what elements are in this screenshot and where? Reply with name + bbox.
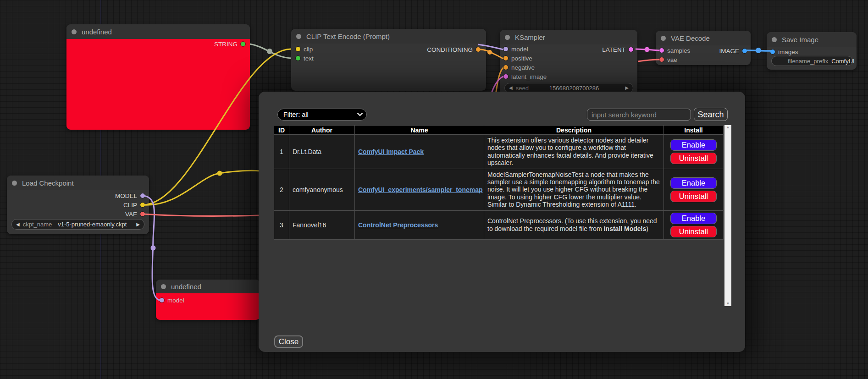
output-label: CONDITIONING: [427, 46, 473, 53]
node-title-bar[interactable]: undefined: [66, 24, 250, 39]
latent-image-input-dot[interactable]: [503, 74, 508, 79]
output-label: CLIP: [123, 202, 137, 209]
node-title-bar[interactable]: Load Checkpoint: [7, 176, 149, 190]
uninstall-button[interactable]: Uninstall: [670, 226, 717, 237]
search-button[interactable]: Search: [694, 108, 728, 121]
latent-output-dot[interactable]: [629, 47, 633, 52]
node-title-bar[interactable]: KSampler: [500, 30, 637, 44]
increment-arrow-icon[interactable]: ▶: [136, 222, 140, 227]
enable-button[interactable]: Enable: [670, 139, 717, 151]
output-label: VAE: [125, 211, 137, 218]
extension-link[interactable]: ComfyUI_experiments/sampler_tonemap: [358, 186, 483, 193]
extension-link[interactable]: ControlNet Preprocessors: [358, 221, 438, 229]
extension-description: This extension offers various detector n…: [484, 135, 664, 169]
positive-input-dot[interactable]: [503, 56, 508, 60]
increment-arrow-icon[interactable]: ▶: [625, 86, 629, 90]
node-collapse-dot-icon[interactable]: [505, 35, 510, 40]
widget-name: seed: [516, 85, 529, 92]
input-slot-text[interactable]: text: [294, 54, 483, 63]
model-input-dot[interactable]: [503, 47, 508, 51]
input-slot-model[interactable]: model: [158, 296, 186, 305]
node-ksampler[interactable]: KSampler model positive negative latent_…: [500, 30, 637, 99]
extension-id: 3: [274, 210, 289, 239]
wire-midpoint-dot: [487, 50, 492, 55]
input-slot-positive[interactable]: positive: [502, 54, 636, 63]
node-collapse-dot-icon[interactable]: [12, 181, 17, 186]
wire-midpoint-dot: [217, 171, 222, 176]
extension-description: ControlNet Preprocessors. (To use this e…: [484, 210, 664, 239]
input-slot-latent-image[interactable]: latent_image: [502, 72, 636, 81]
output-slot-clip[interactable]: CLIP: [122, 200, 147, 209]
extension-description: ModelSamplerTonemapNoiseTest a node that…: [484, 169, 664, 210]
model-input-dot[interactable]: [160, 298, 164, 302]
conditioning-output-dot[interactable]: [476, 47, 481, 52]
node-title-bar[interactable]: undefined: [156, 280, 260, 293]
extension-name: ComfyUI_experiments/sampler_tonemap: [355, 169, 484, 210]
input-slot-images[interactable]: images: [768, 47, 855, 56]
clip-output-dot[interactable]: [140, 203, 145, 207]
extension-install-actions: EnableUninstall: [664, 210, 724, 239]
output-slot-image[interactable]: IMAGE: [717, 46, 749, 55]
text-input-dot[interactable]: [296, 56, 300, 60]
node-load-checkpoint[interactable]: Load Checkpoint MODEL CLIP VAE ◀ ckpt_na…: [7, 176, 149, 234]
model-output-dot[interactable]: [140, 193, 145, 198]
node-clip-text-encode[interactable]: CLIP Text Encode (Prompt) clip text COND…: [291, 29, 486, 91]
node-title-bar[interactable]: CLIP Text Encode (Prompt): [291, 29, 486, 44]
output-slot-model[interactable]: MODEL: [113, 191, 147, 200]
vae-input-dot[interactable]: [659, 57, 664, 62]
filename-prefix-widget[interactable]: filename_prefix ComfyUI: [771, 56, 853, 66]
scroll-down-icon[interactable]: ▼: [726, 302, 730, 306]
node-collapse-dot-icon[interactable]: [772, 37, 777, 42]
extension-link[interactable]: ComfyUI Impact Pack: [358, 148, 424, 155]
output-slot-string[interactable]: STRING: [212, 39, 247, 49]
node-save-image[interactable]: Save Image images filename_prefix ComfyU…: [767, 32, 857, 70]
vae-output-dot[interactable]: [140, 212, 145, 216]
output-slot-vae[interactable]: VAE: [123, 209, 147, 219]
node-vae-decode[interactable]: VAE Decode samples vae IMAGE: [656, 31, 751, 65]
uninstall-button[interactable]: Uninstall: [670, 153, 717, 164]
widget-value[interactable]: 156680208700286: [549, 85, 599, 92]
input-slot-vae[interactable]: vae: [658, 55, 749, 64]
ckpt-name-widget[interactable]: ◀ ckpt_name v1-5-pruned-emaonly.ckpt ▶: [11, 219, 144, 230]
table-scrollbar[interactable]: ▲ ▼: [724, 125, 731, 306]
output-slot-latent[interactable]: LATENT: [600, 45, 635, 54]
node-collapse-dot-icon[interactable]: [296, 34, 301, 39]
node-title-bar[interactable]: Save Image: [767, 32, 857, 47]
custom-nodes-manager-dialog: Filter: all Search IDAuthorNameDescripti…: [259, 92, 745, 352]
decrement-arrow-icon[interactable]: ◀: [16, 222, 20, 227]
negative-input-dot[interactable]: [503, 65, 508, 70]
column-header-name: Name: [355, 126, 484, 135]
filter-select[interactable]: Filter: all: [277, 109, 367, 121]
output-label: LATENT: [602, 46, 625, 53]
node-collapse-dot-icon[interactable]: [661, 36, 666, 41]
images-input-dot[interactable]: [770, 49, 775, 54]
node-collapse-dot-icon[interactable]: [72, 29, 77, 34]
node-title-bar[interactable]: VAE Decode: [656, 31, 751, 45]
widget-value[interactable]: ComfyUI: [831, 58, 855, 65]
enable-button[interactable]: Enable: [670, 213, 717, 224]
string-output-dot[interactable]: [241, 42, 245, 46]
input-slot-negative[interactable]: negative: [502, 63, 636, 72]
node-collapse-dot-icon[interactable]: [161, 284, 166, 289]
decrement-arrow-icon[interactable]: ◀: [509, 86, 513, 90]
extension-name: ComfyUI Impact Pack: [355, 135, 484, 169]
samples-input-dot[interactable]: [659, 48, 664, 53]
widget-value[interactable]: v1-5-pruned-emaonly.ckpt: [58, 221, 127, 228]
table-row: 2comfyanonymousComfyUI_experiments/sampl…: [274, 169, 724, 210]
extension-install-actions: EnableUninstall: [664, 135, 724, 169]
uninstall-button[interactable]: Uninstall: [670, 191, 717, 202]
column-header-id: ID: [274, 126, 289, 135]
node-undefined-top[interactable]: undefined STRING: [66, 24, 250, 130]
table-row: 1Dr.Lt.DataComfyUI Impact PackThis exten…: [274, 135, 724, 169]
node-title: undefined: [171, 283, 201, 291]
output-slot-conditioning[interactable]: CONDITIONING: [425, 45, 482, 54]
search-input[interactable]: [587, 109, 691, 121]
enable-button[interactable]: Enable: [670, 177, 717, 189]
scroll-up-icon[interactable]: ▲: [726, 125, 730, 130]
extensions-table: IDAuthorNameDescriptionInstall 1Dr.Lt.Da…: [274, 125, 724, 240]
node-undefined-bottom[interactable]: undefined model: [156, 280, 260, 320]
image-output-dot[interactable]: [742, 49, 747, 53]
output-label: MODEL: [115, 192, 137, 199]
clip-input-dot[interactable]: [296, 47, 300, 51]
close-button[interactable]: Close: [274, 335, 303, 348]
